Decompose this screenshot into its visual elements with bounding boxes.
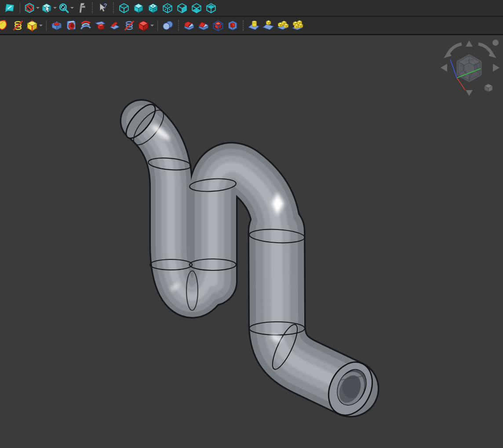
toolbar-separator bbox=[20, 3, 20, 13]
toolbar-separator bbox=[157, 20, 158, 31]
toolbar-button-remove-spiral[interactable] bbox=[122, 18, 136, 33]
flange-red-icon bbox=[109, 19, 121, 32]
toolbar-button-create-rib[interactable] bbox=[79, 18, 93, 33]
hollow-shell-icon bbox=[226, 19, 239, 32]
slot-blue-icon bbox=[51, 19, 63, 32]
union-spheres-icon bbox=[162, 19, 174, 32]
model-canvas[interactable] bbox=[0, 37, 503, 448]
dropdown-caret[interactable] bbox=[70, 7, 74, 9]
toolbar-button-remove-helix-feature[interactable] bbox=[11, 18, 25, 33]
toolbar-button-annotate-plane[interactable] bbox=[3, 1, 17, 15]
fillet-icon bbox=[183, 19, 195, 32]
toolbar-button-zoom-realtime[interactable] bbox=[58, 1, 74, 15]
cube-solid-dots-icon bbox=[147, 2, 159, 14]
rib-red-icon bbox=[80, 19, 92, 32]
toolbar-separator bbox=[243, 20, 244, 31]
x-axis bbox=[457, 78, 465, 90]
solid-editing-toolbar bbox=[0, 17, 503, 35]
toolbar-button-fillet-edges[interactable] bbox=[182, 18, 196, 33]
terrain-cube-icon bbox=[262, 19, 274, 32]
viewcube-pan-down-arrow[interactable] bbox=[466, 90, 473, 96]
toolbar-button-visual-style-face-bottom[interactable] bbox=[190, 1, 204, 15]
no-select-icon bbox=[24, 2, 35, 14]
toolbar-separator bbox=[92, 3, 93, 13]
viewcube-rotate-cw-arrow[interactable] bbox=[478, 44, 496, 58]
toolbar-button-edit-vertices[interactable] bbox=[26, 18, 43, 33]
toolbar-button-boolean-union[interactable] bbox=[161, 18, 175, 33]
viewcube-widget[interactable]: 上视图 前视图 右视图 bbox=[437, 37, 503, 101]
select-cube-icon bbox=[41, 2, 52, 14]
viewcube-pan-left-arrow[interactable] bbox=[441, 64, 447, 72]
caliper-icon bbox=[76, 2, 87, 14]
toolbar-button-visual-style-face-right[interactable] bbox=[175, 1, 189, 15]
hole-blue-icon bbox=[65, 19, 77, 32]
toolbar-button-group-features[interactable] bbox=[290, 18, 304, 33]
viewcube-pan-right-arrow[interactable] bbox=[493, 64, 499, 72]
toolbar-button-imprint-cylinder[interactable] bbox=[247, 18, 261, 33]
toolbar-button-visual-style-hidden-line[interactable] bbox=[160, 1, 175, 15]
view-toolbar: ? bbox=[0, 0, 503, 17]
viewcube-rotate-ccw-arrow[interactable] bbox=[444, 44, 462, 58]
shell-cube-icon bbox=[212, 19, 224, 32]
toolbar-separator bbox=[113, 3, 114, 13]
help-cursor-icon: ? bbox=[97, 2, 109, 14]
pencil-plane-icon bbox=[4, 2, 15, 14]
surf-yellow-icon bbox=[0, 19, 10, 32]
dropdown-caret[interactable] bbox=[36, 7, 40, 9]
toolbar-button-extract-faces[interactable] bbox=[211, 18, 225, 33]
toolbar-button-no-selection[interactable] bbox=[23, 1, 40, 15]
cube-red-edges-icon bbox=[137, 19, 149, 32]
toolbar-button-context-help[interactable]: ? bbox=[96, 1, 110, 15]
toolbar-button-imprint-cube[interactable] bbox=[261, 18, 275, 33]
viewcube-cube[interactable]: 上视图 前视图 右视图 bbox=[458, 56, 480, 80]
dropdown-caret[interactable] bbox=[53, 7, 57, 9]
viewport-3d[interactable]: 上视图 前视图 右视图 bbox=[0, 37, 503, 448]
viewcube-iso-button[interactable] bbox=[485, 84, 492, 92]
cubes-group-icon bbox=[291, 19, 303, 32]
cube-solid-icon bbox=[133, 2, 144, 14]
viewcube-pan-up-arrow[interactable] bbox=[466, 40, 473, 47]
cube-vertex-yellow-icon bbox=[26, 19, 38, 32]
toolbar-separator bbox=[46, 20, 47, 31]
toolbar-button-visual-style-face-back[interactable] bbox=[204, 1, 218, 15]
viewcube-home-button[interactable] bbox=[492, 40, 499, 46]
zoom-cycle-icon bbox=[58, 2, 69, 14]
toolbar-button-array-features[interactable] bbox=[276, 18, 290, 33]
toolbar-button-create-hole[interactable] bbox=[64, 18, 78, 33]
no-spiral-red-icon bbox=[123, 19, 135, 32]
toolbar-button-edit-solid[interactable] bbox=[137, 18, 154, 33]
toolbar-button-chamfer-edges[interactable] bbox=[197, 18, 211, 33]
dropdown-caret[interactable] bbox=[150, 25, 154, 26]
toolbar-button-select-solid[interactable] bbox=[40, 1, 57, 15]
toolbar-button-measure-caliper[interactable] bbox=[75, 1, 89, 15]
cube-face-back-icon bbox=[205, 2, 217, 14]
z-axis bbox=[450, 59, 457, 78]
svg-text:?: ? bbox=[104, 2, 107, 9]
toolbar-button-surface-patch[interactable] bbox=[0, 18, 11, 33]
cube-wire-dots-icon bbox=[162, 2, 173, 14]
toolbar-button-create-flange[interactable] bbox=[108, 18, 122, 33]
dropdown-caret[interactable] bbox=[39, 25, 43, 26]
boss-red-icon bbox=[94, 19, 106, 32]
toolbar-button-shell-solid[interactable] bbox=[226, 18, 240, 33]
terrain-cubes-icon bbox=[277, 19, 289, 32]
pipe-solid-model[interactable] bbox=[121, 100, 381, 423]
toolbar-button-create-boss[interactable] bbox=[93, 18, 107, 33]
chamfer-icon bbox=[197, 19, 210, 32]
toolbar-button-visual-style-wireframe[interactable] bbox=[117, 1, 131, 15]
toolbar-button-visual-style-shaded[interactable] bbox=[131, 1, 146, 15]
toolbar-button-visual-style-shaded-edges[interactable] bbox=[146, 1, 160, 15]
toolbar-button-create-slot[interactable] bbox=[50, 18, 64, 33]
cube-face-bottom-icon bbox=[191, 2, 202, 14]
cube-dashed-icon bbox=[118, 2, 130, 14]
terrain-cylinder-icon bbox=[248, 19, 260, 32]
no-spiral-yellow-icon bbox=[12, 19, 24, 32]
toolbar-separator bbox=[178, 20, 179, 31]
cube-face-right-icon bbox=[176, 2, 188, 14]
